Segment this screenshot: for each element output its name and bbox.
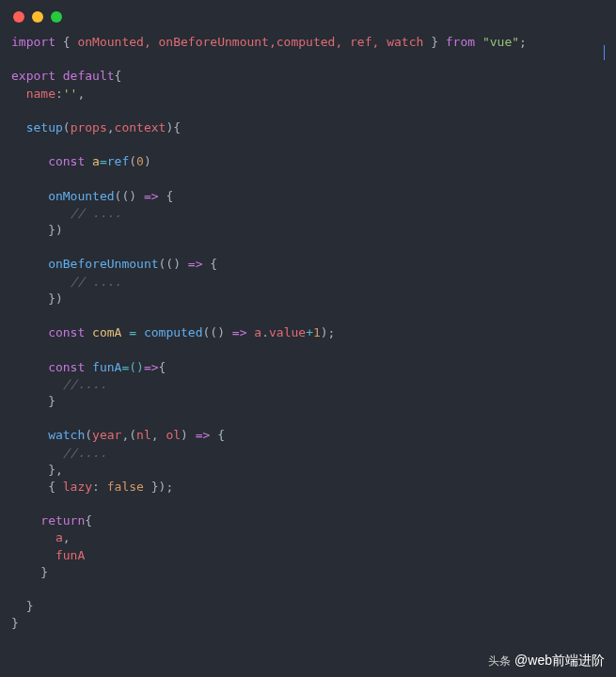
close-icon[interactable]	[13, 11, 24, 23]
watermark: 头条 @web前端进阶	[488, 653, 605, 669]
code-editor[interactable]: import { onMounted, onBeforeUnmount,comp…	[0, 30, 616, 637]
comment: // ....	[71, 275, 122, 289]
keyword-return: return	[40, 513, 85, 527]
keyword-export: export	[11, 69, 55, 83]
keyword-import: import	[11, 35, 55, 49]
minimize-icon[interactable]	[32, 11, 43, 23]
comment: // ....	[71, 206, 122, 220]
maximize-icon[interactable]	[51, 11, 62, 23]
comment: //....	[63, 446, 107, 460]
comment: //....	[63, 377, 107, 391]
text-cursor	[604, 45, 605, 60]
window-controls	[0, 0, 616, 30]
